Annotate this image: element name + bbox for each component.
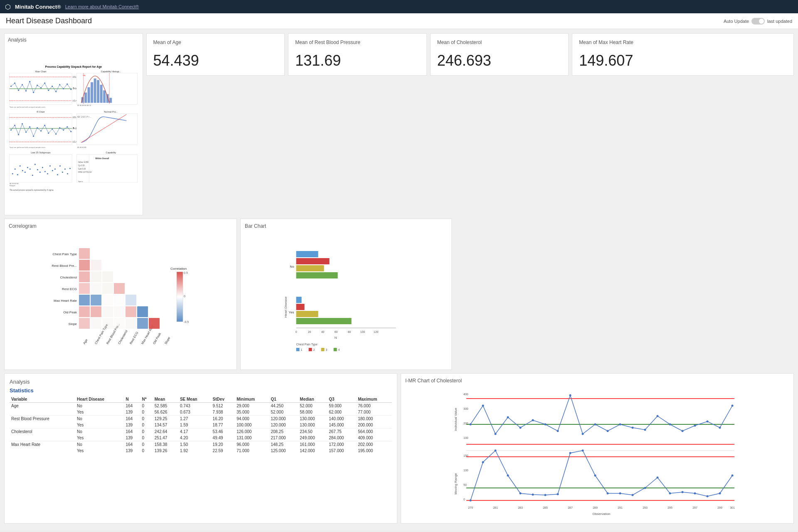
svg-point-21 [55,91,57,92]
svg-text:AD: 1.517, P < ...: AD: 1.517, P < ... [77,116,91,118]
col-semean: SE Mean [178,396,211,403]
svg-text:N: N [335,336,337,340]
svg-point-230 [495,450,497,452]
kpi-chol: Mean of Cholesterol 246.693 [430,33,569,76]
svg-point-51 [10,129,12,131]
svg-text:Rest Blood Pre...: Rest Blood Pre... [52,264,77,268]
svg-rect-142 [79,306,90,317]
svg-rect-30 [84,93,87,103]
svg-text:R Chart: R Chart [37,111,45,113]
svg-rect-137 [79,295,90,305]
svg-point-19 [48,90,49,91]
svg-point-98 [67,173,68,174]
last-updated-label: last updated [767,19,792,24]
svg-point-86 [37,169,38,170]
bar-chart-title: Bar Chart [245,223,447,229]
table-row: AgeNo164052.5850.7439.51229.00044.25052.… [10,403,392,409]
auto-update-label: Auto Update [724,19,749,24]
svg-rect-185 [321,348,325,351]
svg-point-241 [632,494,634,496]
svg-point-59 [40,131,42,132]
analysis-capability-card: Analysis Process Capability Sixpack Repo… [4,33,143,215]
svg-point-97 [64,168,66,170]
svg-point-207 [594,424,596,426]
svg-text:Slope: Slope [69,322,77,326]
svg-text:Sample: Sample [10,185,16,187]
auto-update-toggle[interactable] [751,18,765,25]
svg-point-228 [470,500,472,502]
svg-text:60: 60 [335,330,338,333]
brand-name: Minitab Connect® [15,4,61,10]
svg-text:100: 100 [463,469,468,472]
svg-rect-36 [103,90,106,103]
stats-table: Variable Heart Disease N N* Mean SE Mean… [10,396,392,454]
svg-point-11 [18,90,19,91]
svg-text:Slope: Slope [164,336,171,345]
svg-rect-187 [334,348,337,351]
svg-rect-165 [296,265,324,271]
svg-point-93 [54,168,56,170]
table-row: Yes1390134.571.5918.77100.000120.000130.… [10,422,392,429]
svg-text:Process Capability Sixpack Rep: Process Capability Sixpack Report for Ag… [45,65,102,69]
svg-text:Normal Pro...: Normal Pro... [104,111,118,113]
svg-text:0.5: 0.5 [184,271,188,274]
svg-rect-181 [296,348,300,351]
svg-point-240 [619,493,621,495]
svg-text:Cholesterol: Cholesterol [60,276,77,279]
correlogram-chart: Chest Pain Type Rest Blood Pre... Choles… [9,232,232,365]
svg-rect-149 [91,318,101,329]
svg-rect-169 [296,311,318,317]
svg-text:297: 297 [692,506,697,509]
svg-rect-141 [126,295,136,305]
table-row: Yes1390251.474.2049.49131.000217.000249.… [10,435,392,441]
svg-rect-170 [296,318,352,324]
col-n: N [124,396,140,403]
svg-point-25 [70,89,71,90]
svg-text:287: 287 [568,506,573,509]
svg-point-205 [569,394,571,397]
col-q3: Q3 [327,396,356,403]
svg-point-198 [482,405,484,407]
svg-rect-32 [91,82,93,103]
svg-text:PPM   137752.64: PPM 137752.64 [78,171,92,173]
svg-text:40   50   60   64: 40 50 60 64 [10,182,19,185]
svg-point-202 [532,419,534,421]
svg-text:0: 0 [184,295,185,298]
svg-rect-131 [91,271,101,282]
svg-point-242 [644,487,646,489]
col-variable: Variable [10,396,75,403]
svg-text:279: 279 [468,506,473,509]
svg-point-212 [657,415,659,417]
svg-rect-143 [91,306,101,317]
svg-text:Rest ECG: Rest ECG [62,287,77,291]
svg-point-235 [557,493,559,495]
svg-text:Cholesterol: Cholesterol [117,329,128,345]
svg-point-248 [719,493,721,495]
svg-point-61 [48,133,49,134]
svg-text:301: 301 [730,506,735,509]
svg-text:Age: Age [82,338,88,345]
svg-point-52 [14,125,15,126]
topbar: ⬡ Minitab Connect® Learn more about Mini… [0,0,798,13]
svg-point-56 [29,126,30,128]
learn-more-link[interactable]: Learn more about Minitab Connect® [65,4,139,9]
svg-point-63 [55,133,57,135]
svg-rect-128 [79,260,90,271]
svg-point-67 [70,131,71,132]
svg-point-65 [63,129,64,131]
svg-point-95 [59,165,61,167]
svg-point-76 [12,173,13,174]
minitab-icon: ⬡ [5,3,11,11]
svg-text:StDev   9.058: StDev 9.058 [78,161,89,163]
col-stdev: StDev [211,396,235,403]
svg-point-22 [59,84,60,85]
svg-rect-163 [296,251,318,257]
svg-text:285: 285 [543,506,548,509]
svg-rect-144 [102,306,113,317]
svg-text:295: 295 [667,506,672,509]
svg-point-57 [33,135,34,137]
col-max: Maximum [356,396,392,403]
svg-point-80 [22,170,23,171]
page-title: Heart Disease Dashboard [6,17,92,25]
svg-point-233 [532,494,534,496]
